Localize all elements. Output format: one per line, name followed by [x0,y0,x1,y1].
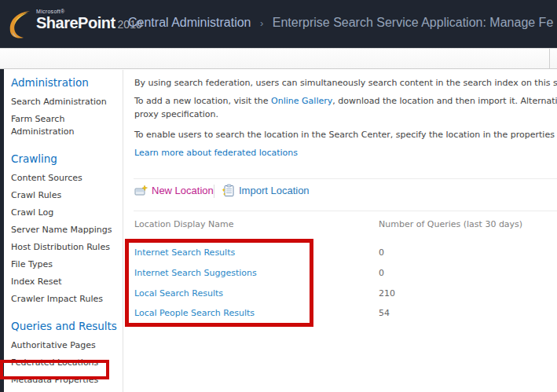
sidebar-item-farm-search-administration[interactable]: Farm Search Administration [11,113,122,138]
query-count: 0 [379,268,384,278]
intro-paragraph-3: To enable users to search the location i… [134,130,557,140]
intro-2-post: , download the location and then import … [332,96,557,106]
sidebar-section-queries-and-results[interactable]: Queries and Results [11,320,123,332]
new-location-button[interactable]: New Location [134,184,214,197]
toolbar-divider [214,185,214,198]
sharepoint-logo: Microsoft® SharePoint2010 [6,9,142,38]
import-location-icon [222,184,239,197]
sidebar-item-search-administration[interactable]: Search Administration [11,96,122,108]
import-location-label: Import Location [239,185,310,196]
location-link-internet-search-suggestions[interactable]: Internet Search Suggestions [134,268,257,278]
query-count: 54 [379,308,390,318]
sidebar-item-file-types[interactable]: File Types [11,258,122,271]
query-count: 210 [379,288,395,299]
learn-more-link[interactable]: Learn more about federated locations [134,148,298,158]
microsoft-label: Microsoft® [36,9,142,14]
toolbar-bottom-border [134,211,557,211]
sidebar-item-host-distribution-rules[interactable]: Host Distribution Rules [11,241,122,254]
intro-paragraph-2-line2: proxy specification. [134,109,218,119]
sidebar-section-crawling[interactable]: Crawling [11,152,123,165]
sidebar-item-content-sources[interactable]: Content Sources [11,172,122,185]
sidebar-item-server-name-mappings[interactable]: Server Name Mappings [11,224,122,236]
intro-2-pre: To add a new location, visit the [134,96,271,106]
sharepoint-brand-label: SharePoint [36,14,115,31]
breadcrumb-separator-icon: › [255,17,269,29]
band-right-divider [549,49,550,69]
column-header-number-of-queries: Number of Queries (last 30 days) [379,219,522,229]
query-count: 0 [379,247,384,258]
intro-paragraph-1: By using search federation, users can si… [134,78,557,88]
location-link-local-people-search-results[interactable]: Local People Search Results [134,308,255,318]
breadcrumb: Central Administration › Enterprise Sear… [128,16,557,30]
sidebar-item-federated-locations[interactable]: Federated Locations [11,357,122,369]
sidebar-item-metadata-properties[interactable]: Metadata Properties [11,374,122,387]
top-header: Microsoft® SharePoint2010 Central Admini… [0,0,557,48]
location-link-local-search-results[interactable]: Local Search Results [134,288,223,299]
sidebar-item-crawl-rules[interactable]: Crawl Rules [11,189,122,202]
sharepoint-swoosh-icon [6,9,33,38]
page: Microsoft® SharePoint2010 Central Admini… [0,0,557,392]
sidebar-item-crawl-log[interactable]: Crawl Log [11,207,122,219]
ribbon-band [0,48,557,69]
column-header-location-display-name: Location Display Name [134,219,234,229]
sidebar-item-authoritative-pages[interactable]: Authoritative Pages [11,339,122,352]
page-title: Enterprise Search Service Application: M… [273,16,554,29]
sidebar-nav: Administration Search Administration Far… [4,70,123,392]
new-location-label: New Location [152,185,214,196]
sidebar-item-index-reset[interactable]: Index Reset [11,276,122,288]
toolbar-top-border [134,178,557,179]
location-link-internet-search-results[interactable]: Internet Search Results [134,247,235,258]
new-location-icon [134,184,152,197]
import-location-button[interactable]: Import Location [222,184,310,197]
sidebar-section-administration[interactable]: Administration [11,76,123,89]
intro-paragraph-2: To add a new location, visit the Online … [134,96,557,106]
online-gallery-link[interactable]: Online Gallery [271,96,332,106]
sidebar-item-crawler-impact-rules[interactable]: Crawler Impact Rules [11,293,122,306]
breadcrumb-central-administration[interactable]: Central Administration [128,16,251,29]
